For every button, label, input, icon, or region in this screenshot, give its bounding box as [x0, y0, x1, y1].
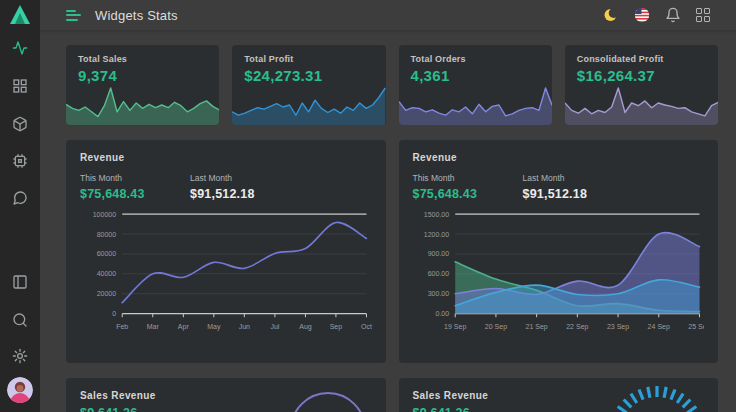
stat-card-consolidated-profit[interactable]: Consolidated Profit $16,264.37 — [565, 45, 718, 125]
sales-revenue-card-1: Sales Revenue $9,641.26 — [66, 378, 386, 412]
stat-label: Total Orders — [411, 54, 540, 64]
sidebar-item-cpu[interactable] — [12, 153, 28, 169]
svg-text:60000: 60000 — [97, 250, 117, 257]
sidebar-item-settings[interactable] — [12, 348, 28, 364]
svg-text:1200.00: 1200.00 — [423, 231, 448, 238]
svg-text:40000: 40000 — [97, 270, 117, 277]
svg-text:Aug: Aug — [299, 323, 312, 331]
grid-icon — [12, 78, 28, 94]
revenue-area-chart: 0.00300.00600.00900.001200.001500.0019 S… — [413, 206, 705, 338]
svg-text:22 Sep: 22 Sep — [566, 323, 588, 331]
app-logo-icon[interactable] — [9, 4, 31, 26]
menu-toggle-button[interactable] — [66, 7, 81, 23]
sidebar — [0, 0, 40, 412]
card-title: Revenue — [413, 152, 705, 163]
svg-text:0.00: 0.00 — [435, 310, 449, 317]
svg-text:24 Sep: 24 Sep — [647, 323, 669, 331]
svg-text:600.00: 600.00 — [427, 270, 449, 277]
stat-card-total-sales[interactable]: Total Sales 9,374 — [66, 45, 219, 125]
activity-icon — [12, 40, 28, 56]
svg-text:21 Sep: 21 Sep — [525, 323, 547, 331]
stat-label: Total Profit — [244, 54, 373, 64]
svg-text:1500.00: 1500.00 — [423, 211, 448, 218]
revenue-stats: This Month $75,648.43 Last Month $91,512… — [80, 173, 372, 201]
svg-text:100000: 100000 — [93, 211, 117, 218]
sidebar-item-activity[interactable] — [12, 40, 28, 56]
svg-text:May: May — [207, 323, 221, 331]
svg-text:0: 0 — [112, 310, 116, 317]
svg-text:Oct: Oct — [361, 323, 371, 330]
sparkline-chart — [232, 83, 385, 125]
card-title: Sales Revenue — [413, 390, 705, 401]
stat-value: 9,374 — [78, 67, 207, 84]
card-title: Revenue — [80, 152, 372, 163]
sidebar-item-search[interactable] — [12, 312, 28, 328]
svg-text:20000: 20000 — [97, 290, 117, 297]
revenue-card-daily: Revenue This Month $75,648.43 Last Month… — [399, 140, 719, 363]
user-avatar[interactable] — [7, 377, 33, 403]
this-month-value: $75,648.43 — [413, 187, 509, 201]
stat-card-total-orders[interactable]: Total Orders 4,361 — [399, 45, 552, 125]
sales-revenue-value: $9,641.26 — [413, 406, 705, 412]
svg-text:Jun: Jun — [239, 323, 250, 330]
us-flag-icon[interactable] — [634, 7, 650, 23]
header: Widgets Stats — [40, 0, 736, 30]
sparkline-chart — [66, 83, 219, 125]
box-icon — [12, 116, 28, 132]
search-icon — [12, 312, 28, 328]
sidebar-item-layout[interactable] — [12, 274, 28, 290]
card-title: Sales Revenue — [80, 390, 372, 401]
svg-text:23 Sep: 23 Sep — [606, 323, 628, 331]
svg-text:Mar: Mar — [147, 323, 160, 330]
svg-text:20 Sep: 20 Sep — [484, 323, 506, 331]
stat-value: 4,361 — [411, 67, 540, 84]
last-month-label: Last Month — [523, 173, 619, 183]
main-content: Total Sales 9,374 Total Profit $24,273.3… — [40, 30, 736, 412]
avatar-image — [7, 377, 33, 403]
revenue-stats: This Month $75,648.43 Last Month $91,512… — [413, 173, 705, 201]
svg-text:300.00: 300.00 — [427, 290, 449, 297]
stat-cards-row: Total Sales 9,374 Total Profit $24,273.3… — [66, 45, 718, 125]
last-month-value: $91,512.18 — [523, 187, 619, 201]
svg-text:Apr: Apr — [178, 323, 190, 331]
layout-icon — [12, 274, 28, 290]
revenue-row: Revenue This Month $75,648.43 Last Month… — [66, 140, 718, 363]
cpu-icon — [12, 153, 28, 169]
header-actions — [603, 7, 710, 23]
svg-text:900.00: 900.00 — [427, 250, 449, 257]
sparkline-chart — [565, 83, 718, 125]
last-month-value: $91,512.18 — [190, 187, 286, 201]
stat-value: $24,273.31 — [244, 67, 373, 84]
sales-revenue-value: $9,641.26 — [80, 406, 372, 412]
stat-label: Total Sales — [78, 54, 207, 64]
stat-value: $16,264.37 — [577, 67, 706, 84]
sidebar-item-box[interactable] — [12, 116, 28, 132]
sidebar-item-dashboard[interactable] — [12, 78, 28, 94]
revenue-line-chart: 020000400006000080000100000FebMarAprMayJ… — [80, 206, 372, 338]
svg-text:Jul: Jul — [270, 323, 279, 330]
this-month-label: This Month — [80, 173, 176, 183]
bell-icon[interactable] — [665, 7, 681, 23]
svg-text:Sep: Sep — [330, 323, 343, 331]
apps-grid-icon[interactable] — [696, 8, 710, 22]
chat-icon — [12, 190, 28, 206]
page-title: Widgets Stats — [95, 8, 178, 23]
sales-revenue-row: Sales Revenue $9,641.26 Sales Revenue $9… — [66, 378, 718, 412]
svg-text:Feb: Feb — [116, 323, 128, 330]
gear-icon — [12, 348, 28, 364]
last-month-label: Last Month — [190, 173, 286, 183]
this-month-label: This Month — [413, 173, 509, 183]
svg-text:25 Sep: 25 Sep — [688, 323, 704, 331]
revenue-card-monthly: Revenue This Month $75,648.43 Last Month… — [66, 140, 386, 363]
sales-revenue-card-2: Sales Revenue $9,641.26 — [399, 378, 719, 412]
stat-card-total-profit[interactable]: Total Profit $24,273.31 — [232, 45, 385, 125]
svg-text:19 Sep: 19 Sep — [444, 323, 466, 331]
this-month-value: $75,648.43 — [80, 187, 176, 201]
svg-text:80000: 80000 — [97, 231, 117, 238]
moon-icon[interactable] — [603, 7, 619, 23]
stat-label: Consolidated Profit — [577, 54, 706, 64]
sparkline-chart — [399, 83, 552, 125]
sidebar-item-chat[interactable] — [12, 190, 28, 206]
